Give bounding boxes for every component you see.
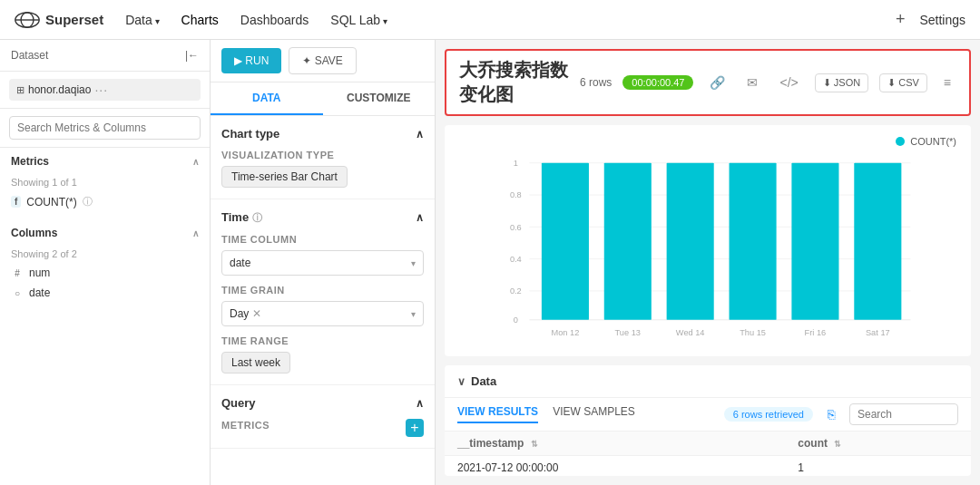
svg-text:Fri 16: Fri 16 bbox=[805, 328, 827, 337]
right-panel: 大乔搜索指数变化图 6 rows 00:00:00.47 🔗 ✉ </> ⬇ J… bbox=[436, 40, 980, 485]
column-date-label: date bbox=[29, 286, 50, 299]
settings-link[interactable]: Settings bbox=[919, 13, 965, 27]
svg-rect-17 bbox=[667, 163, 714, 320]
middle-panel: ▶ RUN ✦ SAVE DATA CUSTOMIZE Chart type ∧… bbox=[211, 40, 436, 485]
tab-view-results[interactable]: VIEW RESULTS bbox=[457, 405, 538, 423]
tab-customize[interactable]: CUSTOMIZE bbox=[323, 82, 436, 115]
email-icon[interactable]: ✉ bbox=[741, 73, 763, 92]
link-icon[interactable]: 🔗 bbox=[704, 73, 730, 92]
time-range-label: TIME RANGE bbox=[221, 335, 424, 346]
chart-legend: COUNT(*) bbox=[459, 136, 956, 147]
nav-dashboards[interactable]: Dashboards bbox=[240, 13, 309, 27]
chart-svg: 1 0.8 0.6 0.4 0.2 0 bbox=[459, 152, 956, 345]
column-num: # num bbox=[0, 263, 210, 283]
columns-collapse-icon[interactable]: ∧ bbox=[192, 228, 199, 238]
svg-text:1: 1 bbox=[514, 159, 518, 168]
copy-icon[interactable]: ⎘ bbox=[828, 407, 835, 422]
data-tabs: VIEW RESULTS VIEW SAMPLES 6 rows retriev… bbox=[445, 398, 971, 432]
run-button[interactable]: ▶ RUN bbox=[221, 48, 281, 73]
time-column-value: date bbox=[230, 257, 250, 269]
nav-data[interactable]: Data bbox=[125, 13, 159, 27]
data-search-input[interactable] bbox=[849, 403, 958, 425]
csv-button[interactable]: ⬇ CSV bbox=[879, 73, 927, 92]
logo-text: Superset bbox=[45, 12, 103, 27]
middle-tabs: DATA CUSTOMIZE bbox=[211, 82, 435, 116]
col-header-count: count ⇅ bbox=[785, 432, 971, 456]
table-row: 2021-07-12 00:00:00 1 bbox=[445, 456, 971, 477]
svg-text:0.4: 0.4 bbox=[510, 255, 522, 264]
svg-text:0.6: 0.6 bbox=[510, 223, 522, 232]
query-chevron[interactable]: ∧ bbox=[416, 397, 424, 410]
chart-type-title: Chart type ∧ bbox=[221, 127, 424, 141]
chart-type-chevron[interactable]: ∧ bbox=[416, 128, 424, 141]
rows-badge: 6 rows bbox=[580, 76, 612, 89]
data-table: __timestamp ⇅ count ⇅ 2021-07-12 00:00:0… bbox=[445, 432, 971, 476]
data-section-title: Data bbox=[471, 374, 496, 388]
time-range-value[interactable]: Last week bbox=[221, 352, 290, 373]
cell-timestamp: 2021-07-12 00:00:00 bbox=[445, 456, 785, 477]
search-input[interactable] bbox=[9, 116, 201, 140]
time-grain-clear-icon[interactable]: ✕ bbox=[252, 307, 261, 320]
column-date: ○ date bbox=[0, 283, 210, 303]
chart-area: COUNT(*) 1 0.8 0.6 0.4 0.2 0 bbox=[445, 125, 971, 356]
json-button[interactable]: ⬇ JSON bbox=[815, 73, 868, 92]
metrics-field-header: METRICS + bbox=[221, 419, 424, 437]
metric-item: f COUNT(*) ⓘ bbox=[0, 191, 210, 212]
chart-type-section: Chart type ∧ VISUALIZATION TYPE Time-ser… bbox=[211, 116, 435, 199]
svg-rect-19 bbox=[791, 163, 838, 320]
time-badge: 00:00:00.47 bbox=[622, 75, 693, 90]
svg-rect-15 bbox=[542, 163, 589, 320]
viz-type-value[interactable]: Time-series Bar Chart bbox=[221, 166, 348, 188]
svg-text:0.8: 0.8 bbox=[510, 190, 522, 199]
rows-retrieved-badge: 6 rows retrieved bbox=[724, 407, 813, 422]
metrics-collapse-icon[interactable]: ∧ bbox=[192, 157, 199, 167]
svg-rect-20 bbox=[854, 163, 901, 320]
chart-header: 大乔搜索指数变化图 6 rows 00:00:00.47 🔗 ✉ </> ⬇ J… bbox=[445, 49, 971, 116]
sort-count-icon[interactable]: ⇅ bbox=[834, 440, 841, 449]
query-title: Query ∧ bbox=[221, 396, 424, 410]
logo: Superset bbox=[15, 12, 103, 28]
tab-view-samples[interactable]: VIEW SAMPLES bbox=[553, 405, 635, 423]
save-button[interactable]: ✦ SAVE bbox=[289, 47, 356, 74]
time-chevron[interactable]: ∧ bbox=[416, 211, 424, 224]
columns-section-header: Columns ∧ bbox=[0, 219, 210, 247]
plus-button[interactable]: + bbox=[896, 10, 906, 29]
time-column-select[interactable]: date ▾ bbox=[221, 250, 424, 276]
dataset-name-row: ⊞ honor.daqiao ··· bbox=[0, 72, 210, 109]
time-section: Time ⓘ ∧ TIME COLUMN date ▾ TIME GRAIN D… bbox=[211, 199, 435, 385]
time-info-icon[interactable]: ⓘ bbox=[252, 212, 262, 223]
svg-text:0.2: 0.2 bbox=[510, 286, 522, 296]
dataset-collapse-icon[interactable]: |← bbox=[185, 49, 199, 62]
time-column-label: TIME COLUMN bbox=[221, 234, 424, 245]
svg-text:Tue 13: Tue 13 bbox=[615, 328, 641, 337]
metrics-label: Metrics bbox=[11, 155, 49, 168]
dataset-menu-icon[interactable]: ··· bbox=[94, 82, 108, 97]
topnav: Superset Data Charts Dashboards SQL Lab … bbox=[0, 0, 980, 40]
code-icon[interactable]: </> bbox=[774, 73, 803, 92]
legend-dot-icon bbox=[896, 137, 905, 146]
dataset-badge[interactable]: ⊞ honor.daqiao ··· bbox=[9, 79, 201, 101]
chart-title: 大乔搜索指数变化图 bbox=[459, 58, 569, 107]
more-options-icon[interactable]: ≡ bbox=[938, 73, 956, 92]
main-layout: Dataset |← ⊞ honor.daqiao ··· Metrics ∧ … bbox=[0, 40, 980, 485]
data-collapse-icon[interactable]: ∨ bbox=[457, 375, 466, 388]
search-box bbox=[0, 109, 210, 148]
metric-info-icon[interactable]: ⓘ bbox=[83, 195, 93, 209]
tab-data[interactable]: DATA bbox=[211, 82, 323, 115]
add-metrics-button[interactable]: + bbox=[406, 419, 424, 437]
metrics-showing: Showing 1 of 1 bbox=[0, 175, 210, 191]
nav-sqllab[interactable]: SQL Lab bbox=[330, 13, 387, 27]
query-section: Query ∧ METRICS + bbox=[211, 385, 435, 449]
cell-count: 1 bbox=[785, 456, 971, 477]
columns-showing: Showing 2 of 2 bbox=[0, 247, 210, 263]
data-section-header: ∨ Data bbox=[445, 365, 971, 398]
time-title: Time ⓘ ∧ bbox=[221, 210, 424, 225]
column-num-icon: # bbox=[11, 267, 24, 279]
sort-timestamp-icon[interactable]: ⇅ bbox=[531, 440, 538, 449]
time-grain-select[interactable]: Day ✕ ▾ bbox=[221, 301, 424, 326]
time-label: Time ⓘ bbox=[221, 210, 262, 225]
legend-label: COUNT(*) bbox=[910, 136, 956, 147]
svg-text:Wed 14: Wed 14 bbox=[676, 328, 705, 337]
time-grain-value-wrap: Day ✕ bbox=[230, 307, 261, 320]
nav-charts[interactable]: Charts bbox=[181, 13, 219, 27]
